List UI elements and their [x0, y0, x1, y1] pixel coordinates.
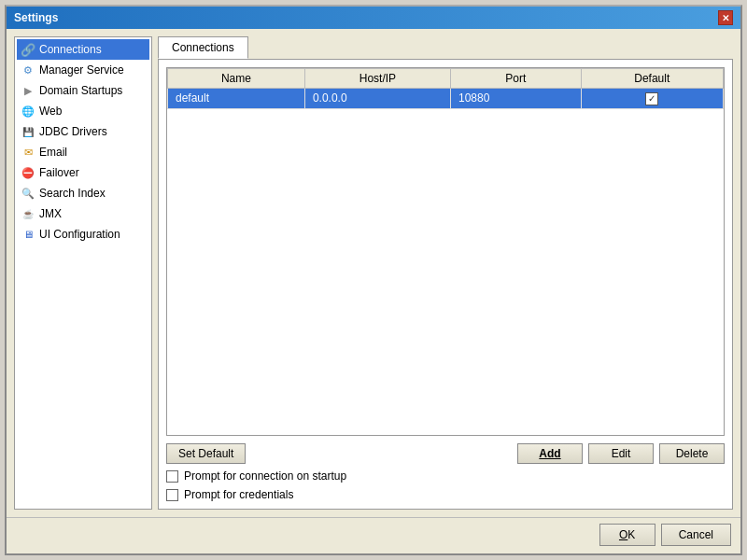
prompt-credentials-label: Prompt for credentials: [184, 488, 293, 501]
action-buttons: Set Default Add Edit Delete: [166, 443, 725, 464]
default-checkbox-checked: ✓: [645, 92, 658, 105]
col-hostip: Host/IP: [304, 69, 450, 89]
sidebar: 🔗 Connections ⚙ Manager Service ▶ Domain…: [14, 36, 152, 510]
prompt-connection-checkbox[interactable]: [166, 470, 178, 483]
sidebar-item-ui-configuration[interactable]: 🖥 UI Configuration: [17, 224, 149, 245]
add-button[interactable]: Add: [517, 443, 583, 464]
prompt-credentials-checkbox[interactable]: [166, 489, 178, 501]
connections-table: Name Host/IP Port Default default 0.0.0.…: [167, 68, 724, 109]
prompt-connection-label: Prompt for connection on startup: [184, 469, 346, 483]
tab-container: Connections Name Host/IP Port Default: [158, 36, 733, 510]
tab-connections[interactable]: Connections: [158, 36, 248, 59]
tab-content-connections: Name Host/IP Port Default default 0.0.0.…: [158, 59, 733, 510]
sidebar-label-jmx: JMX: [39, 207, 62, 220]
failover-icon: ⛔: [21, 165, 35, 180]
connections-table-wrapper: Name Host/IP Port Default default 0.0.0.…: [166, 67, 725, 436]
sidebar-item-jdbc-drivers[interactable]: 💾 JDBC Drivers: [17, 121, 149, 142]
main-panel: Connections Name Host/IP Port Default: [158, 36, 733, 510]
jmx-icon: ☕: [21, 206, 35, 221]
sidebar-label-failover: Failover: [39, 166, 79, 179]
cell-hostip: 0.0.0.0: [304, 89, 450, 109]
edit-button[interactable]: Edit: [588, 443, 654, 464]
ok-button[interactable]: OK: [599, 524, 655, 546]
sidebar-item-search-index[interactable]: 🔍 Search Index: [17, 183, 149, 203]
table-row[interactable]: default 0.0.0.0 10880 ✓: [168, 89, 724, 109]
col-name: Name: [168, 69, 305, 89]
title-bar: Settings ✕: [7, 7, 740, 29]
sidebar-label-manager-service: Manager Service: [39, 63, 124, 77]
sidebar-label-email: Email: [39, 146, 67, 159]
sidebar-label-ui-configuration: UI Configuration: [39, 228, 120, 241]
search-index-icon: 🔍: [21, 186, 35, 201]
cancel-button[interactable]: Cancel: [661, 524, 731, 546]
jdbc-icon: 💾: [21, 124, 35, 139]
sidebar-item-domain-startups[interactable]: ▶ Domain Startups: [17, 80, 149, 101]
ui-config-icon: 🖥: [21, 227, 35, 242]
dialog-body: 🔗 Connections ⚙ Manager Service ▶ Domain…: [7, 29, 740, 517]
delete-button[interactable]: Delete: [659, 443, 725, 464]
settings-dialog: Settings ✕ 🔗 Connections ⚙ Manager Servi…: [5, 5, 742, 555]
connections-icon: 🔗: [21, 42, 35, 57]
set-default-button[interactable]: Set Default: [166, 443, 246, 464]
sidebar-label-web: Web: [39, 105, 62, 118]
sidebar-label-search-index: Search Index: [39, 187, 106, 200]
tab-bar: Connections: [158, 36, 733, 60]
cell-default: ✓: [581, 89, 723, 109]
sidebar-item-failover[interactable]: ⛔ Failover: [17, 162, 149, 183]
ok-label: OK: [619, 528, 635, 541]
col-default: Default: [581, 69, 723, 89]
sidebar-item-manager-service[interactable]: ⚙ Manager Service: [17, 60, 149, 80]
domain-startups-icon: ▶: [21, 83, 35, 98]
sidebar-item-web[interactable]: 🌐 Web: [17, 101, 149, 121]
sidebar-item-email[interactable]: ✉ Email: [17, 142, 149, 162]
sidebar-label-domain-startups: Domain Startups: [39, 84, 122, 97]
sidebar-label-connections: Connections: [39, 43, 102, 56]
sidebar-label-jdbc-drivers: JDBC Drivers: [39, 125, 107, 138]
dialog-title: Settings: [14, 11, 58, 24]
cell-port: 10880: [451, 89, 582, 109]
dialog-footer: OK Cancel: [7, 517, 740, 553]
cell-name: default: [168, 89, 305, 109]
close-button[interactable]: ✕: [718, 10, 733, 25]
sidebar-item-connections[interactable]: 🔗 Connections: [17, 39, 149, 60]
sidebar-item-jmx[interactable]: ☕ JMX: [17, 203, 149, 224]
email-icon: ✉: [21, 145, 35, 160]
prompt-credentials-row: Prompt for credentials: [166, 488, 725, 501]
web-icon: 🌐: [21, 104, 35, 119]
manager-service-icon: ⚙: [21, 63, 35, 77]
col-port: Port: [451, 69, 582, 89]
prompt-connection-row: Prompt for connection on startup: [166, 469, 725, 483]
